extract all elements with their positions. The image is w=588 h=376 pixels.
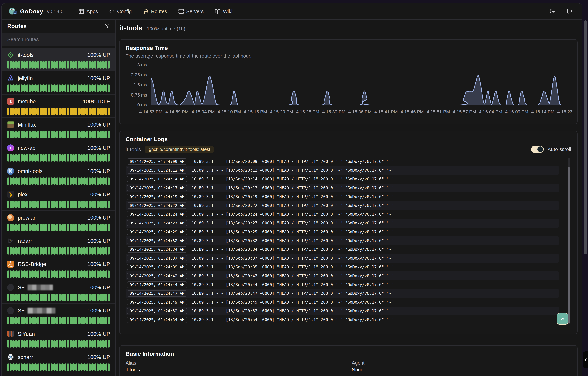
- route-name: new-api: [18, 145, 37, 151]
- nav-item-apps[interactable]: Apps: [78, 9, 98, 14]
- scroll-to-top-button[interactable]: [557, 313, 568, 325]
- log-message: 10.89.3.1 - - [13/Sep/20:54 +0000] "HEAD…: [192, 317, 394, 322]
- log-message: 10.89.3.1 - - [13/Sep/20:22 +0000] "HEAD…: [192, 203, 394, 208]
- log-timestamp: 09/14/2025, 01:24:54 AM: [127, 316, 187, 323]
- uptime-bars: [7, 178, 110, 185]
- siyuan-icon: [7, 330, 14, 338]
- brand[interactable]: GoDoxy v0.18.0: [8, 7, 64, 16]
- field-value: None: [352, 367, 571, 373]
- sidebar-item-jellyfin[interactable]: jellyfin 100% UP: [1, 71, 116, 94]
- logout-icon[interactable]: [567, 8, 573, 15]
- chevron-left-icon: [584, 358, 588, 362]
- sidebar-item-metube[interactable]: metube 100% IDLE: [1, 94, 116, 118]
- sidebar-item-it-tools[interactable]: ⚙ it-tools 100% UP: [1, 48, 116, 71]
- auto-scroll-toggle[interactable]: [531, 146, 544, 153]
- log-timestamp: 09/14/2025, 01:24:12 AM: [127, 167, 187, 174]
- log-timestamp: 09/14/2025, 01:24:24 AM: [127, 211, 187, 218]
- svg-text:4:15:20 PM: 4:15:20 PM: [270, 109, 293, 114]
- log-row: 09/14/2025, 01:24:12 AM10.89.3.1 - - [13…: [126, 166, 559, 175]
- log-timestamp: 09/14/2025, 01:24:17 AM: [127, 185, 187, 191]
- sidebar-item-sonarr[interactable]: sonarr 100% UP: [1, 350, 116, 374]
- filter-icon[interactable]: [105, 23, 110, 29]
- route-uptime-label: 100% UP: [87, 122, 110, 128]
- prowlarr-icon: [7, 214, 14, 221]
- nav-item-wiki[interactable]: Wiki: [215, 9, 233, 14]
- svg-text:4:15:46 PM: 4:15:46 PM: [401, 109, 424, 114]
- sidebar-item-siyuan[interactable]: SiYuan 100% UP: [1, 327, 116, 350]
- auto-scroll-control: Auto scroll: [531, 146, 571, 154]
- log-message: 10.89.3.1 - - [13/Sep/20:12 +0000] "HEAD…: [192, 168, 394, 173]
- route-uptime-label: 100% UP: [87, 308, 110, 314]
- route-name: radarr: [18, 238, 32, 244]
- log-timestamp: 09/14/2025, 01:24:39 AM: [127, 264, 187, 270]
- svg-text:0.75 ms: 0.75 ms: [131, 93, 147, 97]
- search-routes-input[interactable]: [7, 37, 110, 42]
- svg-text:4:16:04 PM: 4:16:04 PM: [479, 109, 502, 114]
- sidebar-item-prowlarr[interactable]: prowlarr 100% UP: [1, 211, 116, 234]
- svg-text:4:16:23 PM: 4:16:23 PM: [557, 109, 573, 114]
- basic-info-field-alias: Aliasit-tools: [126, 360, 345, 373]
- log-timestamp: 09/14/2025, 01:24:47 AM: [127, 290, 187, 297]
- log-timestamp: 09/14/2025, 01:24:27 AM: [127, 220, 187, 226]
- redacted-name: [28, 284, 53, 290]
- sidebar-item-radarr[interactable]: radarr 100% UP: [1, 234, 116, 257]
- route-uptime-label: 100% UP: [87, 75, 110, 81]
- drawer-handle[interactable]: [583, 351, 588, 368]
- book-open-icon: [215, 9, 221, 14]
- app-window: GoDoxy v0.18.0 AppsConfigRoutesServersWi…: [1, 3, 582, 376]
- servers-icon: [178, 9, 184, 14]
- log-row: 09/14/2025, 01:24:42 AM10.89.3.1 - - [13…: [126, 272, 559, 280]
- response-time-card: Response Time The average response time …: [119, 39, 577, 125]
- log-message: 10.89.3.1 - - [13/Sep/20:17 +0000] "HEAD…: [192, 186, 394, 190]
- response-time-subtitle: The average response time of the route o…: [126, 53, 571, 59]
- log-timestamp: 09/14/2025, 01:24:37 AM: [127, 255, 187, 261]
- log-row: 09/14/2025, 01:24:19 AM10.89.3.1 - - [13…: [126, 192, 559, 201]
- log-row: 09/14/2025, 01:24:22 AM10.89.3.1 - - [13…: [126, 201, 559, 210]
- svg-text:0 ms: 0 ms: [137, 102, 147, 107]
- svg-text:2.25 ms: 2.25 ms: [131, 73, 147, 77]
- log-timestamp: 09/14/2025, 01:24:34 AM: [127, 246, 187, 253]
- chevron-up-icon: [560, 316, 566, 322]
- nav-item-routes[interactable]: Routes: [143, 9, 167, 14]
- sidebar-item-se[interactable]: SE 100% UP: [1, 281, 116, 304]
- redacted-name: [28, 308, 55, 313]
- sidebar-item-rss-bridge[interactable]: ⊕rssBridge RSS-Bridge 100% UP: [1, 257, 116, 281]
- rss-bridge-icon: ⊕rssBridge: [7, 261, 14, 268]
- sidebar-item-plex[interactable]: ❯ plex 100% UP: [1, 188, 116, 211]
- logs-scrollbar-thumb[interactable]: [568, 167, 570, 324]
- route-uptime-label: 100% IDLE: [83, 98, 110, 104]
- uptime-bars: [7, 201, 110, 208]
- uptime-bars: [7, 84, 110, 92]
- nav-item-config[interactable]: Config: [109, 9, 132, 14]
- route-name: SiYuan: [18, 331, 35, 337]
- moon-icon[interactable]: [549, 8, 555, 15]
- route-uptime-label: 100% UP: [87, 168, 110, 174]
- godoxy-logo-icon: [8, 7, 17, 16]
- container-image-badge: ghcr.io/corentinth/it-tools:latest: [145, 146, 214, 154]
- uptime-bars: [7, 363, 110, 371]
- sidebar-item-omni-tools[interactable]: ꕤ omni-tools 100% UP: [1, 164, 116, 188]
- uptime-bars: [7, 61, 110, 69]
- sidebar-item-se[interactable]: SE 100% UP: [1, 304, 116, 327]
- uptime-bars: [7, 154, 110, 162]
- route-name: prowlarr: [18, 215, 37, 221]
- container-logs-card: Container Logs it-tools ghcr.io/corentin…: [119, 131, 577, 334]
- nav-item-servers[interactable]: Servers: [178, 9, 204, 14]
- log-timestamp: 09/14/2025, 01:24:49 AM: [127, 299, 187, 305]
- route-uptime-label: 100% UP: [87, 284, 110, 291]
- uptime-bars: [7, 247, 110, 255]
- log-row: 09/14/2025, 01:24:32 AM10.89.3.1 - - [13…: [126, 236, 559, 245]
- uptime-bars: [7, 224, 110, 231]
- log-message: 10.89.3.1 - - [13/Sep/20:49 +0000] "HEAD…: [192, 300, 394, 304]
- sidebar-item-new-api[interactable]: + new-api 100% UP: [1, 141, 116, 164]
- route-uptime-label: 100% UP: [87, 191, 110, 198]
- route-uptime-label: 100% UP: [87, 145, 110, 151]
- sidebar-item-miniflux[interactable]: Miniflux 100% UP: [1, 118, 116, 141]
- page-scrollbar-thumb[interactable]: [584, 20, 587, 254]
- log-timestamp: 09/14/2025, 01:24:14 AM: [127, 176, 187, 182]
- log-timestamp: 09/14/2025, 01:24:29 AM: [127, 229, 187, 235]
- log-message: 10.89.3.1 - - [13/Sep/20:19 +0000] "HEAD…: [192, 194, 394, 199]
- logs-scrollbar[interactable]: [568, 158, 570, 324]
- route-uptime-label: 100% UP: [87, 52, 110, 58]
- route-name: jellyfin: [18, 75, 33, 81]
